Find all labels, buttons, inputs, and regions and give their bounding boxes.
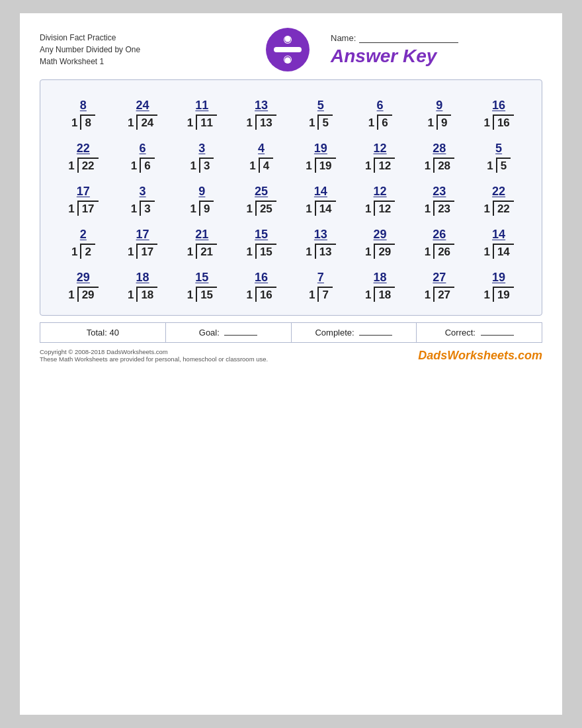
division-line-row: 129: [68, 287, 98, 302]
dividend: 11: [196, 114, 217, 130]
quotient: 14: [314, 185, 327, 199]
problem-row-2: 22122616313414191191211228128515: [54, 142, 528, 173]
division-line-row: 113: [306, 244, 335, 259]
divisor: 1: [71, 116, 80, 130]
division-line-row: 125: [246, 201, 276, 216]
divisor: 1: [246, 203, 255, 216]
problem-row-4: 21217117211211511513113291292612614114: [54, 228, 528, 259]
problem-r2-c7: 28128: [416, 142, 462, 173]
dividend: 13: [315, 244, 336, 259]
divisor: 1: [131, 159, 140, 173]
divisor: 1: [128, 246, 136, 259]
divisor: 1: [368, 116, 377, 130]
goal-label: Goal:: [199, 328, 220, 338]
footer-correct: Correct:: [417, 323, 542, 342]
dividend: 9: [436, 114, 451, 130]
divisor: 1: [131, 203, 140, 216]
division-line-row: 13: [131, 201, 155, 216]
dividend: 14: [315, 201, 336, 216]
footer-goal: Goal:: [166, 323, 292, 342]
dividend: 22: [493, 201, 514, 216]
division-line-row: 19: [190, 201, 214, 216]
svg-point-7: [285, 36, 291, 42]
problem-row-1: 81824124111111311351561691916116: [54, 99, 528, 130]
divisor: 1: [71, 246, 80, 259]
division-line-row: 116: [483, 114, 513, 130]
problem-r4-c1: 212: [60, 228, 106, 259]
quotient: 8: [80, 99, 87, 113]
divisor: 1: [246, 116, 255, 130]
divisor: 1: [128, 289, 136, 302]
copyright-text: Copyright © 2008-2018 DadsWorksheets.com…: [40, 348, 268, 363]
quotient: 22: [492, 185, 505, 199]
total-label: Total:: [87, 328, 107, 338]
quotient: 3: [198, 142, 205, 156]
division-line-row: 114: [306, 201, 335, 216]
dividend: 12: [374, 201, 395, 216]
problem-r5-c3: 15115: [179, 271, 225, 302]
quotient: 6: [377, 99, 384, 113]
quotient: 28: [433, 142, 446, 156]
divisor: 1: [190, 159, 198, 173]
dividend: 28: [433, 158, 454, 173]
division-line-row: 15: [309, 114, 333, 130]
problem-r3-c6: 12112: [357, 185, 403, 216]
worksheet-box: 81824124111111311351561691916116 2212261…: [40, 79, 542, 316]
division-line-row: 18: [71, 114, 95, 130]
problem-r1-c7: 919: [416, 99, 462, 130]
division-line-row: 119: [483, 287, 513, 302]
quotient: 19: [314, 142, 327, 156]
problem-r4-c4: 15115: [238, 228, 284, 259]
dividend: 24: [136, 114, 157, 130]
problem-r1-c2: 24124: [120, 99, 166, 130]
problem-r1-c3: 11111: [179, 99, 225, 130]
division-line-row: 128: [425, 158, 454, 173]
dividend: 16: [255, 287, 276, 302]
dividend: 5: [317, 114, 332, 130]
divisor: 1: [68, 203, 77, 216]
dividend: 19: [315, 158, 336, 173]
quotient: 16: [255, 271, 268, 285]
dividend: 8: [80, 114, 95, 130]
quotient: 9: [436, 99, 442, 113]
dividend: 5: [496, 158, 511, 173]
dividend: 19: [493, 287, 514, 302]
division-line-row: 117: [68, 201, 98, 216]
dividend: 15: [196, 287, 217, 302]
problem-r4-c8: 14114: [476, 228, 522, 259]
problem-r2-c1: 22122: [60, 142, 106, 173]
quotient: 18: [374, 271, 387, 285]
division-line-row: 115: [187, 287, 217, 302]
quotient: 22: [77, 142, 90, 156]
problem-r3-c3: 919: [179, 185, 225, 216]
dividend: 26: [433, 244, 454, 259]
problem-r1-c4: 13113: [238, 99, 284, 130]
problem-row-3: 171173139192512514114121122312322122: [54, 185, 528, 216]
divisor: 1: [483, 116, 492, 130]
division-line-row: 112: [365, 201, 395, 216]
division-line-row: 126: [425, 244, 454, 259]
divisor: 1: [483, 203, 492, 216]
divisor: 1: [306, 203, 314, 216]
dividend: 9: [199, 201, 214, 216]
division-line-row: 122: [483, 201, 513, 216]
header: Division Fact Practice Any Number Divide…: [40, 26, 542, 73]
copyright-line2: These Math Worksheets are provided for p…: [40, 355, 268, 363]
problem-r5-c1: 29129: [60, 271, 106, 302]
dividend: 7: [317, 287, 332, 302]
quotient: 17: [136, 228, 149, 242]
copyright-line1: Copyright © 2008-2018 DadsWorksheets.com: [40, 348, 268, 355]
brand: DadsWorksheets.com: [418, 349, 542, 363]
correct-blank: [481, 335, 514, 336]
answer-key-text: Answer Key: [331, 46, 436, 67]
dividend: 21: [196, 244, 217, 259]
quotient: 13: [314, 228, 327, 242]
dividend: 25: [255, 201, 276, 216]
divisor: 1: [365, 289, 374, 302]
page: Division Fact Practice Any Number Divide…: [20, 13, 562, 715]
division-line-row: 121: [187, 244, 217, 259]
division-line-row: 16: [131, 158, 155, 173]
dividend: 29: [374, 244, 395, 259]
quotient: 9: [198, 185, 205, 199]
dividend: 4: [259, 158, 273, 173]
